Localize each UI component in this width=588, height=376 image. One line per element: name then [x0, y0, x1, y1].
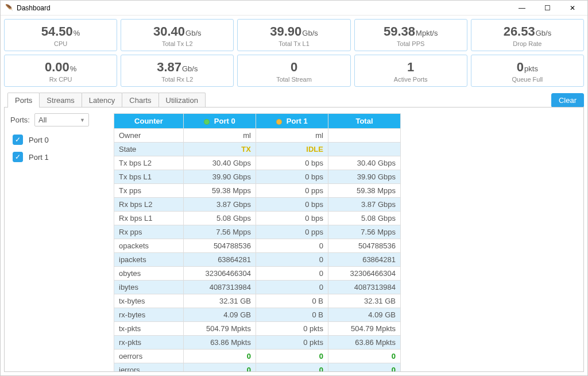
cell-label: rx-bytes — [114, 308, 184, 322]
clear-button[interactable]: Clear — [551, 93, 584, 108]
ports-filter-select[interactable]: All ▼ — [34, 113, 89, 126]
card-unit: % — [74, 29, 80, 37]
card-value-line: 39.90Gb/s — [240, 24, 347, 39]
cell-port1: 0 bps — [256, 156, 328, 170]
card-value-line: 59.38Mpkt/s — [357, 24, 465, 39]
table-row: Rx bps L23.87 Gbps0 bps3.87 Gbps — [114, 198, 401, 212]
card-value-line: 1 — [357, 60, 465, 75]
cell-port0: 7.56 Mpps — [183, 225, 256, 239]
cell-port0: 504788536 — [183, 239, 256, 253]
cell-label: Tx bps L2 — [114, 156, 184, 170]
cell-port0: 4.09 GB — [183, 308, 256, 322]
cell-label: obytes — [114, 267, 184, 281]
port-checkbox-0[interactable]: ✓ — [13, 135, 23, 145]
col-port0-label: Port 0 — [214, 117, 235, 125]
stats-row-top: 54.50%CPU30.40Gb/sTotal Tx L239.90Gb/sTo… — [4, 19, 584, 51]
table-row: opackets5047885360504788536 — [114, 239, 401, 253]
cell-port1: 0 — [256, 281, 328, 294]
cell-label: Rx pps — [114, 225, 184, 239]
card-value: 0 — [291, 60, 297, 74]
card-value-line: 30.40Gb/s — [123, 24, 231, 39]
ports-filter-label: Ports: — [10, 116, 30, 124]
cell-port0: 4087313984 — [183, 281, 256, 294]
tab-latency[interactable]: Latency — [82, 93, 123, 108]
cell-total: 3.87 Gbps — [328, 198, 400, 212]
cell-port0: 63864281 — [183, 253, 256, 267]
cell-label: Tx pps — [114, 184, 184, 198]
cell-label: ierrors — [114, 363, 184, 373]
table-row: Tx bps L139.90 Gbps0 bps39.90 Gbps — [114, 170, 401, 184]
cell-label: Rx bps L2 — [114, 198, 184, 212]
bottom-card-2: 0Total Stream — [237, 55, 350, 87]
top-card-2: 39.90Gb/sTotal Tx L1 — [237, 19, 350, 51]
table-row: ibytes408731398404087313984 — [114, 281, 401, 294]
port-check-label: Port 1 — [29, 153, 49, 162]
cell-port0: 0 — [183, 363, 256, 373]
card-value: 54.50 — [41, 24, 73, 39]
cell-port1: 0 — [256, 253, 328, 267]
app-window: 🪶 Dashboard — ☐ ✕ 54.50%CPU30.40Gb/sTota… — [0, 0, 588, 376]
cell-total: 504788536 — [328, 239, 400, 253]
card-value-line: 3.87Gb/s — [123, 60, 231, 75]
cell-label: oerrors — [114, 350, 184, 363]
cell-total: 0 — [328, 350, 400, 363]
cell-port0: ml — [183, 129, 256, 143]
col-counter: Counter — [114, 114, 184, 129]
cell-port0: 30.40 Gbps — [183, 156, 256, 170]
cell-total: 32.31 GB — [328, 294, 400, 308]
card-label: Queue Full — [474, 76, 581, 83]
cell-label: Rx bps L1 — [114, 212, 184, 225]
cell-port0: 32.31 GB — [183, 294, 256, 308]
port-check-row-1: ✓Port 1 — [13, 152, 108, 162]
cell-label: ibytes — [114, 281, 184, 294]
card-unit: Gb/s — [185, 29, 201, 37]
table-row: tx-pkts504.79 Mpkts0 pkts504.79 Mpkts — [114, 322, 401, 336]
table-header-row: Counter Port 0 Port 1 Total — [114, 114, 401, 129]
cell-total: 39.90 Gbps — [328, 170, 400, 184]
card-value: 26.53 — [504, 24, 535, 39]
port0-status-icon — [204, 119, 210, 125]
ports-filter-pane: Ports: All ▼ ✓Port 0✓Port 1 — [10, 113, 108, 366]
tab-ports[interactable]: Ports — [7, 93, 40, 108]
table-row: Ownermlml — [114, 129, 401, 143]
tab-streams[interactable]: Streams — [39, 93, 82, 108]
top-card-1: 30.40Gb/sTotal Tx L2 — [121, 19, 234, 51]
card-value-line: 54.50% — [7, 24, 114, 39]
cell-label: Tx bps L1 — [114, 170, 184, 184]
card-label: Active Ports — [357, 76, 465, 83]
card-label: Total Rx L2 — [123, 76, 231, 83]
close-button[interactable]: ✕ — [560, 1, 585, 15]
cell-port0: TX — [183, 143, 256, 156]
table-row: Tx bps L230.40 Gbps0 bps30.40 Gbps — [114, 156, 401, 170]
tab-utilization[interactable]: Utilization — [158, 93, 206, 108]
cell-port1: 0 B — [256, 294, 328, 308]
cell-port1: 0 — [256, 239, 328, 253]
card-label: Total Stream — [240, 76, 347, 83]
maximize-button[interactable]: ☐ — [535, 1, 560, 15]
table-row: ipackets63864281063864281 — [114, 253, 401, 267]
cell-port1: 0 — [256, 267, 328, 281]
cell-port1: 0 — [256, 363, 328, 373]
cell-port1: 0 bps — [256, 198, 328, 212]
table-row: tx-bytes32.31 GB0 B32.31 GB — [114, 294, 401, 308]
card-unit: Gb/s — [536, 29, 551, 37]
cell-port0: 32306466304 — [183, 267, 256, 281]
cell-total: 59.38 Mpps — [328, 184, 400, 198]
tab-charts[interactable]: Charts — [122, 93, 158, 108]
table-row: StateTXIDLE — [114, 143, 401, 156]
card-label: Total Tx L2 — [123, 40, 231, 47]
table-row: oerrors000 — [114, 350, 401, 363]
content-area: 54.50%CPU30.40Gb/sTotal Tx L239.90Gb/sTo… — [1, 16, 587, 375]
cell-total: 504.79 Mpkts — [328, 322, 400, 336]
card-label: Total Tx L1 — [240, 40, 347, 47]
cell-port1: 0 pps — [256, 184, 328, 198]
cell-port1: 0 pkts — [256, 322, 328, 336]
port-checkbox-1[interactable]: ✓ — [13, 152, 23, 162]
app-icon: 🪶 — [5, 4, 13, 12]
card-value-line: 0 — [240, 60, 347, 75]
card-unit: Gb/s — [302, 29, 318, 37]
cell-port0: 59.38 Mpps — [183, 184, 256, 198]
bottom-card-0: 0.00%Rx CPU — [4, 55, 117, 87]
minimize-button[interactable]: — — [509, 1, 535, 15]
cell-total: 63.86 Mpkts — [328, 336, 400, 350]
